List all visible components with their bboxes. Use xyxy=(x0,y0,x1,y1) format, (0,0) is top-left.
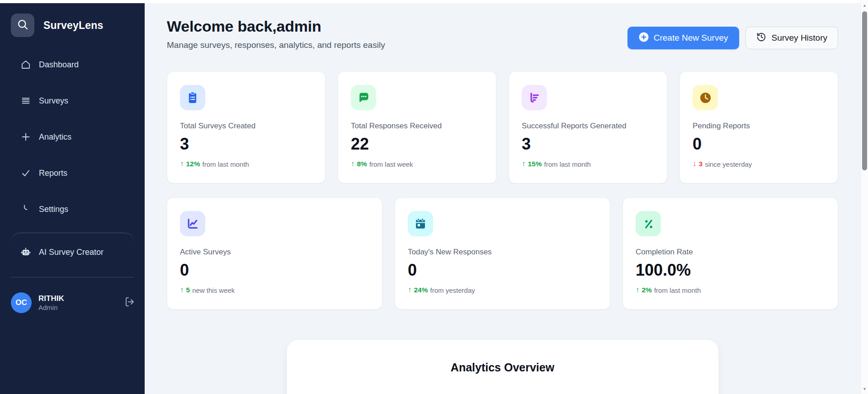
greeting-username: admin xyxy=(276,18,321,35)
sidebar-item-analytics[interactable]: Analytics xyxy=(11,126,134,148)
percent-icon xyxy=(636,211,661,236)
stat-label: Pending Reports xyxy=(693,122,825,131)
stat-value: 100.0% xyxy=(636,261,825,280)
create-button-label: Create New Survey xyxy=(654,33,728,43)
stat-label: Successful Reports Generated xyxy=(522,122,654,131)
survey-history-button[interactable]: Survey History xyxy=(745,27,838,49)
stats-row-2: Active Surveys 0 ↑ 5 new this week Today… xyxy=(167,197,838,310)
trend-down-icon: ↓ xyxy=(693,159,697,169)
main-content: Welcome back,admin Manage surveys, respo… xyxy=(145,0,860,394)
sidebar-item-label: Dashboard xyxy=(39,60,79,70)
history-icon xyxy=(756,32,766,44)
stat-trend: ↑ 2% from last month xyxy=(636,286,825,295)
chat-icon xyxy=(351,85,376,110)
scrollbar-up-arrow[interactable]: ▲ xyxy=(861,1,868,9)
page-scrollbar: ▲ ▼ xyxy=(860,0,868,394)
sidebar-item-ai-survey-creator[interactable]: AI Survey Creator xyxy=(11,233,134,258)
greeting-prefix: Welcome back, xyxy=(167,18,276,35)
top-strip xyxy=(0,0,860,3)
page-title: Welcome back,admin xyxy=(167,18,385,35)
corner-arc-icon xyxy=(20,204,31,215)
sidebar: SurveyLens Dashboard Surveys xyxy=(0,3,145,394)
sidebar-item-label: Settings xyxy=(39,205,68,214)
header-actions: Create New Survey Survey History xyxy=(627,27,838,49)
clipboard-icon xyxy=(180,85,205,110)
stat-trend: ↑ 24% from yesterday xyxy=(408,286,597,295)
trend-up-icon: ↑ xyxy=(180,159,184,169)
stat-label: Total Surveys Created xyxy=(180,122,312,131)
stat-trend: ↑ 15% from last month xyxy=(522,159,654,169)
menu-lines-icon xyxy=(20,95,31,106)
stat-card-active-surveys: Active Surveys 0 ↑ 5 new this week xyxy=(167,197,382,310)
scrollbar-thumb[interactable] xyxy=(862,11,867,170)
stats-row-1: Total Surveys Created 3 ↑ 12% from last … xyxy=(167,71,838,183)
sidebar-item-dashboard[interactable]: Dashboard xyxy=(11,54,134,75)
search-icon xyxy=(17,19,29,33)
stat-card-completion-rate: Completion Rate 100.0% ↑ 2% from last mo… xyxy=(623,197,838,310)
sidebar-item-label: Surveys xyxy=(39,96,68,106)
sidebar-nav: Dashboard Surveys Analytics xyxy=(11,54,134,220)
trend-up-icon: ↑ xyxy=(180,286,184,295)
app-logo: SurveyLens xyxy=(11,14,134,37)
sidebar-item-settings[interactable]: Settings xyxy=(11,198,134,220)
stat-card-total-responses: Total Responses Received 22 ↑ 8% from la… xyxy=(338,71,496,183)
scrollbar-down-arrow[interactable]: ▼ xyxy=(861,385,868,393)
page-subtitle: Manage surveys, responses, analytics, an… xyxy=(167,40,385,50)
logout-icon xyxy=(124,296,135,309)
trend-up-icon: ↑ xyxy=(408,286,412,295)
bar-chart-icon xyxy=(522,85,547,110)
stat-value: 22 xyxy=(351,135,483,154)
sidebar-item-label: Reports xyxy=(39,169,67,178)
stat-label: Completion Rate xyxy=(636,248,825,257)
plus-circle-icon xyxy=(639,32,649,44)
app-title: SurveyLens xyxy=(43,19,103,32)
stat-value: 3 xyxy=(522,135,654,154)
stat-value: 3 xyxy=(180,135,312,154)
plus-icon xyxy=(20,131,31,142)
stat-trend: ↓ 3 since yesterday xyxy=(693,159,825,169)
stat-value: 0 xyxy=(693,135,825,154)
avatar: OC xyxy=(11,292,32,313)
stat-trend: ↑ 5 new this week xyxy=(180,286,369,295)
trend-up-icon: ↑ xyxy=(522,159,526,169)
stat-trend: ↑ 12% from last month xyxy=(180,159,312,169)
user-profile: OC RITHIK Admin xyxy=(11,288,137,318)
clock-icon xyxy=(693,85,718,110)
sidebar-item-label: AI Survey Creator xyxy=(39,248,104,257)
page-header: Welcome back,admin Manage surveys, respo… xyxy=(167,0,838,50)
line-chart-icon xyxy=(180,211,205,236)
sidebar-item-label: Analytics xyxy=(39,132,71,142)
user-name: RITHIK xyxy=(38,294,64,303)
history-button-label: Survey History xyxy=(771,33,827,43)
search-logo-box xyxy=(11,14,34,37)
stat-value: 0 xyxy=(180,261,369,280)
stat-value: 0 xyxy=(408,261,597,280)
stat-card-pending-reports: Pending Reports 0 ↓ 3 since yesterday xyxy=(679,71,838,183)
stat-label: Today's New Responses xyxy=(408,248,597,257)
stat-card-successful-reports: Successful Reports Generated 3 ↑ 15% fro… xyxy=(509,71,667,183)
stat-card-todays-responses: Today's New Responses 0 ↑ 24% from yeste… xyxy=(395,197,610,310)
sidebar-item-reports[interactable]: Reports xyxy=(11,162,134,184)
check-icon xyxy=(20,168,31,178)
home-icon xyxy=(20,59,31,70)
analytics-overview-title: Analytics Overview xyxy=(287,340,718,374)
stat-label: Active Surveys xyxy=(180,248,369,257)
analytics-overview-card: Analytics Overview xyxy=(287,339,719,394)
user-divider xyxy=(11,277,134,277)
user-role: Admin xyxy=(38,303,64,312)
stat-label: Total Responses Received xyxy=(351,122,483,131)
stat-trend: ↑ 8% from last week xyxy=(351,159,483,169)
ai-creator-panel: AI Survey Creator xyxy=(11,233,134,278)
logout-button[interactable] xyxy=(123,296,137,310)
create-new-survey-button[interactable]: Create New Survey xyxy=(627,27,740,49)
robot-icon xyxy=(20,247,31,258)
calendar-icon xyxy=(408,211,433,236)
trend-up-icon: ↑ xyxy=(351,159,355,169)
stat-card-total-surveys: Total Surveys Created 3 ↑ 12% from last … xyxy=(167,71,326,183)
sidebar-item-surveys[interactable]: Surveys xyxy=(11,90,134,112)
trend-up-icon: ↑ xyxy=(636,286,640,295)
